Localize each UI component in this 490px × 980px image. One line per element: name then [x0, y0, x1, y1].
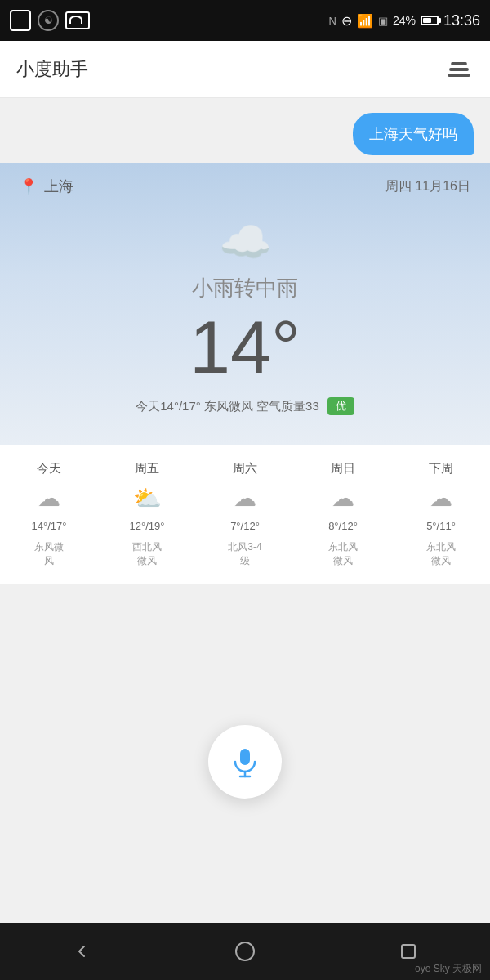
user-message-bubble: 上海天气好吗 — [353, 113, 474, 155]
chat-area: 上海天气好吗 — [0, 98, 490, 163]
forecast-temp-3: 8°/12° — [328, 520, 358, 532]
home-button[interactable] — [225, 931, 265, 972]
mic-icon — [229, 745, 261, 778]
weather-detail-row: 今天14°/17° 东风微风 空气质量33 优 — [116, 397, 374, 415]
battery-percent: 24% — [393, 14, 416, 27]
watermark: oye Sky 天极网 — [415, 962, 482, 976]
forecast-col-0: 今天 ☁ 14°/17° 东风微风 — [0, 461, 98, 568]
app-title: 小度助手 — [16, 57, 88, 82]
svg-rect-0 — [240, 749, 250, 765]
back-button[interactable] — [61, 931, 102, 972]
temperature-display: 14° — [189, 311, 301, 384]
weather-card: 📍 上海 周四 11月16日 ☁️ 小雨转中雨 14° 今天14°/17° 东风… — [0, 163, 490, 445]
forecast-temp-4: 5°/11° — [426, 520, 456, 532]
location-pin-icon: 📍 — [20, 177, 38, 195]
battery-icon — [421, 16, 439, 25]
forecast-wind-4: 东北风微风 — [426, 540, 456, 568]
status-right-icons: N ⊖ 📶 ▣ 24% 13:36 — [329, 12, 480, 29]
nfc-icon: N — [329, 15, 336, 27]
forecast-col-1: 周五 ⛅ 12°/19° 西北风微风 — [98, 461, 196, 568]
forecast-wind-1: 西北风微风 — [132, 540, 162, 568]
forecast-wind-2: 北风3-4级 — [228, 540, 261, 568]
date-display: 周四 11月16日 — [385, 178, 470, 195]
dnd-icon: ⊖ — [341, 13, 352, 29]
weather-detail-text: 今天14°/17° 东风微风 空气质量33 — [136, 399, 319, 414]
forecast-icon-4: ☁ — [430, 485, 452, 512]
forecast-day-1: 周五 — [135, 461, 159, 477]
forecast-icon-3: ☁ — [332, 485, 354, 512]
weather-condition-icon: ☁️ — [219, 217, 272, 267]
image-icon — [65, 11, 90, 29]
forecast-temp-1: 12°/19° — [130, 520, 165, 532]
forecast-wind-0: 东风微风 — [34, 540, 64, 568]
forecast-day-2: 周六 — [233, 461, 257, 477]
wifi-square-icon — [10, 10, 31, 31]
forecast-col-3: 周日 ☁ 8°/12° 东北风微风 — [294, 461, 392, 568]
forecast-day-3: 周日 — [331, 461, 355, 477]
city-name: 上海 — [44, 177, 74, 196]
forecast-temp-0: 14°/17° — [32, 520, 67, 532]
weather-condition-text: 小雨转中雨 — [192, 274, 298, 302]
forecast-icon-0: ☁ — [38, 485, 60, 512]
location-info: 📍 上海 — [20, 177, 74, 196]
forecast-section: 今天 ☁ 14°/17° 东风微风 周五 ⛅ 12°/19° 西北风微风 周六 … — [0, 445, 490, 584]
forecast-day-4: 下周 — [429, 461, 453, 477]
forecast-table: 今天 ☁ 14°/17° 东风微风 周五 ⛅ 12°/19° 西北风微风 周六 … — [0, 461, 490, 568]
forecast-day-0: 今天 — [37, 461, 61, 477]
status-left-icons: ☯ — [10, 10, 90, 31]
forecast-icon-2: ☁ — [234, 485, 256, 512]
weather-top-bar: 📍 上海 周四 11月16日 — [0, 163, 490, 209]
signal-icon: ▣ — [378, 15, 388, 27]
forecast-temp-2: 7°/12° — [230, 520, 260, 532]
main-content: 上海天气好吗 📍 上海 周四 11月16日 ☁️ 小雨转中雨 14° 今天14°… — [0, 98, 490, 923]
wifi-icon: 📶 — [357, 13, 373, 29]
mic-button[interactable] — [208, 725, 282, 799]
layers-menu-button[interactable] — [444, 55, 474, 84]
forecast-col-4: 下周 ☁ 5°/11° 东北风微风 — [392, 461, 490, 568]
svg-point-3 — [236, 942, 254, 960]
weather-main: ☁️ 小雨转中雨 14° 今天14°/17° 东风微风 空气质量33 优 — [0, 209, 490, 428]
svg-rect-4 — [402, 945, 415, 958]
forecast-icon-1: ⛅ — [133, 485, 162, 512]
status-bar: ☯ N ⊖ 📶 ▣ 24% 13:36 — [0, 0, 490, 41]
app-header: 小度助手 — [0, 41, 490, 98]
forecast-wind-3: 东北风微风 — [328, 540, 358, 568]
app-icon-circle: ☯ — [38, 10, 59, 31]
air-quality-badge: 优 — [327, 397, 354, 415]
forecast-col-2: 周六 ☁ 7°/12° 北风3-4级 — [196, 461, 294, 568]
mic-area — [0, 584, 490, 923]
clock: 13:36 — [443, 12, 480, 29]
